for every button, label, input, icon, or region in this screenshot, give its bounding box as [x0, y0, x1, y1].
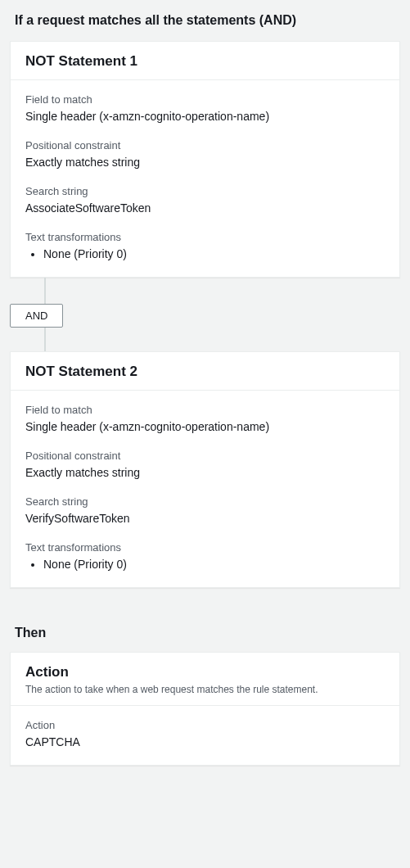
positional-constraint-value: Exactly matches string: [25, 156, 385, 169]
search-string-block: Search string VerifySoftwareToken: [25, 495, 385, 525]
if-section-title: If a request matches all the statements …: [15, 13, 400, 28]
then-section-title: Then: [15, 626, 400, 640]
statement-card-2: NOT Statement 2 Field to match Single he…: [10, 351, 400, 588]
search-string-block: Search string AssociateSoftwareToken: [25, 185, 385, 215]
text-transformations-label: Text transformations: [25, 231, 385, 243]
action-card: Action The action to take when a web req…: [10, 652, 400, 766]
action-card-subtext: The action to take when a web request ma…: [25, 684, 385, 695]
statement-1-title: NOT Statement 1: [25, 53, 385, 70]
and-badge: AND: [10, 304, 63, 328]
search-string-label: Search string: [25, 495, 385, 508]
positional-constraint-label: Positional constraint: [25, 450, 385, 462]
statement-card-1-body: Field to match Single header (x-amzn-cog…: [11, 80, 399, 277]
field-to-match-block: Field to match Single header (x-amzn-cog…: [25, 93, 385, 123]
text-transformations-block: Text transformations None (Priority 0): [25, 231, 385, 260]
text-transformations-block: Text transformations None (Priority 0): [25, 541, 385, 571]
action-card-title: Action: [25, 664, 385, 680]
list-item: None (Priority 0): [43, 247, 385, 260]
field-to-match-label: Field to match: [25, 93, 385, 106]
positional-constraint-label: Positional constraint: [25, 139, 385, 151]
statement-card-1-header: NOT Statement 1: [11, 42, 399, 80]
positional-constraint-block: Positional constraint Exactly matches st…: [25, 450, 385, 479]
field-to-match-value: Single header (x-amzn-cognito-operation-…: [25, 420, 385, 433]
text-transformations-list: None (Priority 0): [25, 558, 385, 571]
action-label: Action: [25, 719, 385, 731]
text-transformations-label: Text transformations: [25, 541, 385, 554]
statement-card-2-body: Field to match Single header (x-amzn-cog…: [11, 391, 399, 587]
positional-constraint-block: Positional constraint Exactly matches st…: [25, 139, 385, 169]
search-string-label: Search string: [25, 185, 385, 197]
action-block: Action CAPTCHA: [25, 719, 385, 748]
action-card-body: Action CAPTCHA: [11, 706, 399, 765]
text-transformations-list: None (Priority 0): [25, 247, 385, 260]
positional-constraint-value: Exactly matches string: [25, 466, 385, 479]
list-item: None (Priority 0): [43, 558, 385, 571]
field-to-match-block: Field to match Single header (x-amzn-cog…: [25, 404, 385, 433]
statement-2-title: NOT Statement 2: [25, 364, 385, 380]
field-to-match-label: Field to match: [25, 404, 385, 416]
statement-card-1: NOT Statement 1 Field to match Single he…: [10, 41, 400, 278]
statement-card-2-header: NOT Statement 2: [11, 352, 399, 391]
action-value: CAPTCHA: [25, 735, 385, 748]
action-card-header: Action The action to take when a web req…: [11, 653, 399, 706]
and-connector: AND: [10, 278, 400, 351]
field-to-match-value: Single header (x-amzn-cognito-operation-…: [25, 110, 385, 123]
search-string-value: VerifySoftwareToken: [25, 512, 385, 525]
search-string-value: AssociateSoftwareToken: [25, 201, 385, 215]
